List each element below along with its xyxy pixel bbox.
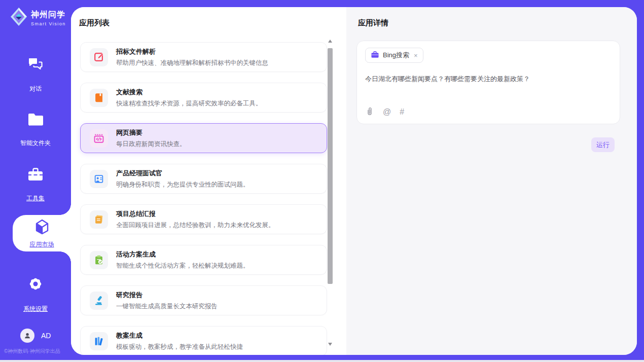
- toolbox-icon: [0, 167, 71, 182]
- clipboard-check-icon: [90, 251, 108, 269]
- app-description: 快速精准查找学术资源，提高研究效率的必备工具。: [116, 99, 262, 108]
- app-description: 智能生成个性化活动方案，轻松解决规划难题。: [116, 262, 249, 270]
- mention-icon[interactable]: @: [383, 107, 391, 117]
- sidebar-item-label: 工具集: [26, 194, 45, 203]
- app-card-list: 招标文件解析 帮助用户快速、准确地理解和解析招标书中的关键信息 文献搜索 快速精…: [80, 42, 327, 355]
- scrollbar[interactable]: [328, 39, 333, 348]
- app-detail-panel: 应用详情 Bing搜索 × 今日湖北有哪些新闻要点？有哪些需要关注的最新政策？: [346, 7, 637, 355]
- document-edit-icon: [90, 48, 108, 66]
- prompt-input-area[interactable]: Bing搜索 × 今日湖北有哪些新闻要点？有哪些需要关注的最新政策？ @ #: [356, 41, 620, 124]
- app-name: 研究报告: [116, 291, 218, 300]
- window-bottom-edge: [0, 360, 644, 362]
- gear-icon: [0, 276, 71, 292]
- paperclip-icon[interactable]: [365, 106, 374, 118]
- app-card-web-summary[interactable]: 网页摘要 每日政府新闻资讯快查。: [80, 123, 327, 153]
- app-card-bid-document-parsing[interactable]: 招标文件解析 帮助用户快速、准确地理解和解析招标书中的关键信息: [80, 42, 327, 72]
- run-button[interactable]: 运行: [591, 137, 615, 152]
- app-card-literature-search[interactable]: 文献搜索 快速精准查找学术资源，提高研究效率的必备工具。: [80, 83, 327, 113]
- app-card-research-report[interactable]: 研究报告 一键智能生成高质量长文本研究报告: [80, 285, 327, 315]
- input-toolbar: @ #: [365, 106, 404, 118]
- briefcase-icon: [371, 51, 379, 60]
- pill-bottom-curve: [60, 251, 71, 263]
- interviewer-icon: [90, 170, 108, 188]
- scroll-up-arrow-icon[interactable]: [328, 40, 332, 43]
- query-text[interactable]: 今日湖北有哪些新闻要点？有哪些需要关注的最新政策？: [365, 75, 609, 84]
- sidebar-item-toolset[interactable]: 工具集: [0, 167, 71, 203]
- brand-logo: 神州问学 Smart Vision: [10, 7, 66, 28]
- sidebar: 神州问学 Smart Vision 对话 智能文件夹: [0, 0, 71, 362]
- sidebar-item-app-market[interactable]: 应用市场: [13, 215, 71, 251]
- app-description: 全面回顾项目进展，总结经验教训，助力未来优化发展。: [116, 221, 275, 230]
- app-frame: 神州问学 Smart Vision 对话 智能文件夹: [0, 0, 644, 362]
- brand-tagline: Smart Vision: [31, 21, 66, 26]
- pill-top-curve: [60, 204, 71, 215]
- microscope-icon: [90, 292, 108, 310]
- app-detail-title: 应用详情: [358, 18, 388, 28]
- sidebar-item-label: 智能文件夹: [20, 139, 51, 148]
- folder-icon: [0, 113, 71, 126]
- sidebar-item-label: 对话: [29, 85, 42, 93]
- brand-name: 神州问学: [31, 10, 66, 20]
- sidebar-item-label: 应用市场: [30, 240, 54, 249]
- books-icon: [90, 332, 108, 350]
- tool-tag-bing-search[interactable]: Bing搜索 ×: [365, 48, 423, 63]
- app-name: 招标文件解析: [116, 47, 268, 56]
- app-description: 明确身份和职责，为您提供专业性的面试问题。: [116, 180, 249, 189]
- scroll-down-arrow-icon[interactable]: [328, 343, 332, 346]
- book-icon: [90, 89, 108, 107]
- app-name: 项目总结汇报: [116, 209, 275, 219]
- avatar: [20, 329, 34, 343]
- app-name: 活动方案生成: [116, 250, 249, 259]
- cube-icon: [33, 218, 51, 238]
- user-account[interactable]: AD: [20, 329, 51, 343]
- app-name: 教案生成: [116, 331, 243, 340]
- sidebar-item-settings[interactable]: 系统设置: [0, 276, 71, 313]
- diamond-logo-icon: [10, 7, 27, 28]
- app-card-lesson-plan[interactable]: 教案生成 模板驱动，教案秒成，教学准备从此轻松快捷: [80, 326, 327, 355]
- scrollbar-thumb[interactable]: [328, 48, 333, 284]
- app-name: 网页摘要: [116, 128, 186, 137]
- app-card-event-plan[interactable]: 活动方案生成 智能生成个性化活动方案，轻松解决规划难题。: [80, 245, 327, 275]
- app-name: 文献搜索: [116, 88, 262, 97]
- copyright-text: ©神州数码·神州问学出品: [4, 348, 60, 355]
- app-description: 一键智能生成高质量长文本研究报告: [116, 302, 218, 311]
- web-code-icon: [90, 129, 108, 148]
- app-description: 帮助用户快速、准确地理解和解析招标书中的关键信息: [116, 59, 268, 67]
- notes-icon: [90, 210, 108, 229]
- user-initials: AD: [41, 332, 51, 340]
- app-description: 模板驱动，教案秒成，教学准备从此轻松快捷: [116, 343, 243, 351]
- app-list-title: 应用列表: [79, 18, 110, 28]
- close-icon[interactable]: ×: [414, 52, 418, 59]
- content-wrapper: 应用列表 招标文件解析 帮助用户快速、准确地理解和解析招标书中的关键信息: [71, 7, 637, 355]
- app-card-pm-interviewer[interactable]: 产品经理面试官 明确身份和职责，为您提供专业性的面试问题。: [80, 164, 327, 194]
- app-description: 每日政府新闻资讯快查。: [116, 140, 186, 149]
- sidebar-item-label: 系统设置: [23, 305, 48, 313]
- app-name: 产品经理面试官: [116, 169, 249, 178]
- app-list-panel: 应用列表 招标文件解析 帮助用户快速、准确地理解和解析招标书中的关键信息: [71, 7, 346, 355]
- tool-tag-label: Bing搜索: [383, 51, 409, 60]
- chat-icon: [0, 57, 71, 72]
- sidebar-item-smart-folder[interactable]: 智能文件夹: [0, 113, 71, 148]
- hash-icon[interactable]: #: [400, 107, 404, 117]
- sidebar-item-chat[interactable]: 对话: [0, 57, 71, 93]
- app-card-project-summary[interactable]: 项目总结汇报 全面回顾项目进展，总结经验教训，助力未来优化发展。: [80, 204, 327, 234]
